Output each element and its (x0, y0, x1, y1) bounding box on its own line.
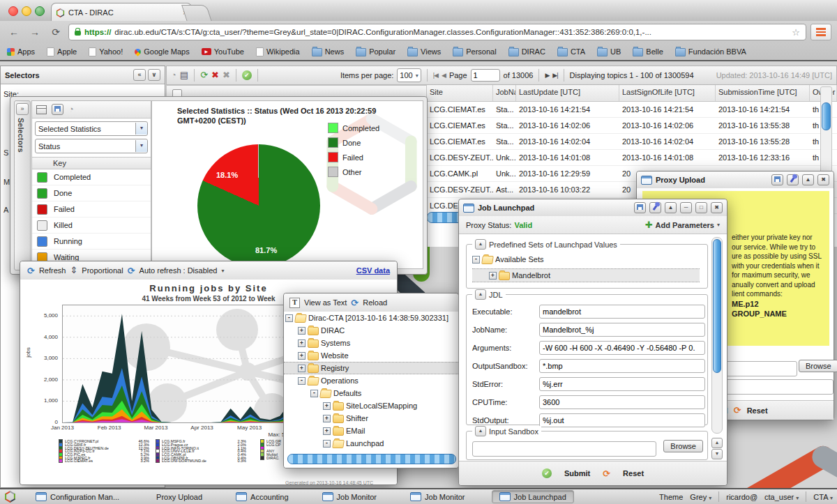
tree-expander-icon[interactable]: + (489, 272, 497, 280)
save-icon[interactable] (634, 202, 646, 213)
tree-expander-icon[interactable]: - (310, 390, 318, 397)
collapse-fieldset-icon[interactable]: ▲ (475, 239, 486, 250)
minimize-icon[interactable]: ─ (680, 202, 692, 213)
prev-page-icon[interactable]: ◀ (442, 72, 446, 79)
status-select[interactable]: Status ▾ (35, 139, 148, 153)
tree-expander-icon[interactable]: - (298, 377, 306, 385)
tree-expander-icon[interactable]: + (323, 427, 331, 435)
key-row[interactable]: Failed (32, 201, 151, 217)
bookmark-item[interactable]: Fundación BBVA (675, 47, 746, 56)
bookmark-item[interactable]: Belle (633, 47, 663, 56)
scroll-up-icon[interactable]: ▲ (711, 438, 723, 448)
table-row[interactable]: LCG.CIEMAT.esSta... 2013-10-16 14:02:062… (427, 118, 837, 134)
column-header[interactable]: LastUpdate [UTC] (516, 85, 619, 101)
collapse-icon[interactable]: ▲ (802, 174, 814, 185)
key-row[interactable]: Done (32, 185, 151, 201)
tree-expander-icon[interactable]: - (472, 256, 480, 264)
column-header[interactable]: Site (427, 85, 493, 101)
submit-ok-icon[interactable]: ✔ (242, 70, 252, 80)
zoom-window-button[interactable] (35, 6, 45, 16)
tree-node[interactable]: + DIRAC (284, 324, 458, 337)
tree-node-selected[interactable]: + Mandelbrot (472, 268, 700, 282)
save-icon[interactable] (52, 104, 63, 115)
view-as-text-button[interactable]: View as Text (304, 298, 347, 307)
taskbar-item[interactable]: Job Monitor (315, 490, 384, 503)
bookmark-item[interactable]: DIRAC (508, 47, 545, 56)
add-parameters-button[interactable]: ✚ Add Parameters ▾ (645, 220, 720, 230)
csv-data-link[interactable]: CSV data (356, 266, 390, 275)
taskbar-item[interactable]: Accounting (229, 490, 295, 503)
tree-node[interactable]: - Launchpad (284, 437, 458, 450)
tree-expander-icon[interactable]: + (298, 339, 306, 347)
bookmark-item[interactable]: Personal (453, 47, 496, 56)
tree-expander-icon[interactable]: + (298, 365, 306, 372)
next-page-icon[interactable]: ▶ (545, 72, 549, 79)
tree-expander-icon[interactable]: + (298, 327, 306, 335)
url-bar[interactable]: https:// dirac.ub.edu/CTA/s:CTA/g:cta_us… (68, 24, 806, 40)
taskbar-item[interactable]: Configuration Man... (29, 490, 126, 503)
list-tool-icon[interactable]: ▤ (180, 70, 188, 80)
key-row[interactable]: Completed (32, 169, 151, 185)
refresh-icon[interactable]: ⟳ (200, 70, 208, 80)
clear-icon[interactable]: ✖ (223, 70, 230, 80)
jdl-field-input[interactable] (539, 341, 705, 355)
expand-right-icon[interactable]: » (16, 103, 29, 115)
launchpad-vscrollbar[interactable] (711, 237, 723, 434)
tree-expander-icon[interactable]: + (323, 402, 331, 410)
jdl-field-input[interactable] (539, 305, 705, 319)
table-row[interactable]: LCG.DESY-ZEUT...Unk... 2013-10-16 14:01:… (427, 150, 837, 166)
tree-expander-icon[interactable]: - (285, 314, 293, 322)
tree-node[interactable]: + Registry (284, 362, 458, 374)
jdl-field-input[interactable] (539, 377, 705, 391)
close-icon[interactable]: ✖ (711, 202, 723, 213)
jdl-field-input[interactable] (539, 395, 705, 409)
bookmark-item[interactable]: Yahoo! (89, 47, 123, 56)
bookmark-item[interactable]: Wikipedia (256, 47, 300, 56)
bookmark-item[interactable]: Views (407, 47, 441, 56)
tree-expander-icon[interactable]: + (323, 415, 331, 422)
vo-select[interactable]: CTA ▾ (813, 493, 833, 501)
jdl-field-input[interactable] (539, 359, 705, 373)
group-select[interactable]: cta_user ▾ (764, 493, 799, 501)
bookmark-star-icon[interactable]: ☆ (792, 27, 800, 38)
browse-button[interactable]: Browse (663, 440, 703, 452)
tree-node[interactable]: + Website (284, 349, 458, 362)
tree-hscrollbar[interactable] (287, 454, 456, 464)
refresh-button[interactable]: Refresh (39, 266, 66, 275)
minimize-window-button[interactable] (22, 6, 31, 16)
first-page-icon[interactable]: |◀ (433, 72, 438, 79)
key-row[interactable]: Killed (32, 217, 151, 234)
browse-button[interactable]: Browse (799, 360, 837, 372)
new-tab-button[interactable] (181, 5, 212, 22)
reload-icon[interactable]: ⟳ (47, 24, 64, 40)
tree-expander-icon[interactable]: + (298, 352, 306, 360)
tree-node[interactable]: - Available Sets (472, 254, 544, 264)
bookmark-item[interactable]: UB (597, 47, 621, 56)
tree-node[interactable]: + SiteLocalSEMapping (284, 399, 458, 412)
save-icon[interactable] (771, 174, 783, 185)
input-sandbox-field[interactable] (472, 441, 656, 457)
chrome-menu-icon[interactable] (810, 24, 831, 40)
bookmark-item[interactable]: News (312, 47, 345, 56)
scroll-down-icon[interactable]: ▼ (711, 449, 723, 459)
tree-node[interactable]: + Shifter (284, 412, 458, 425)
pin-icon[interactable] (787, 174, 799, 185)
statistic-select[interactable]: Selected Statistics ▾ (35, 121, 148, 136)
reload-button[interactable]: Reload (363, 298, 387, 307)
table-row[interactable]: LCG.CIEMAT.esSta... 2013-10-16 14:02:042… (427, 134, 837, 150)
reset-button[interactable]: Reset (623, 469, 644, 478)
taskbar-item[interactable]: Job Launchpad (492, 490, 574, 503)
collapse-fieldset-icon[interactable]: ▲ (475, 426, 486, 436)
delete-icon[interactable]: ✖ (211, 70, 219, 80)
collapse-icon[interactable]: ▲ (665, 202, 677, 213)
tree-expander-icon[interactable]: - (323, 440, 331, 448)
submit-button[interactable]: Submit (564, 469, 590, 478)
theme-select[interactable]: Grey ▾ (690, 493, 711, 501)
tree-node[interactable]: + EMail (284, 425, 458, 437)
items-per-page-select[interactable]: 100 ▾ (397, 68, 421, 82)
maximize-icon[interactable]: □ (695, 202, 707, 213)
forward-icon[interactable]: → (27, 24, 43, 40)
pie-view-icon[interactable]: ◔ (68, 105, 74, 114)
page-input[interactable] (471, 69, 500, 82)
close-icon[interactable]: ✖ (817, 174, 829, 185)
